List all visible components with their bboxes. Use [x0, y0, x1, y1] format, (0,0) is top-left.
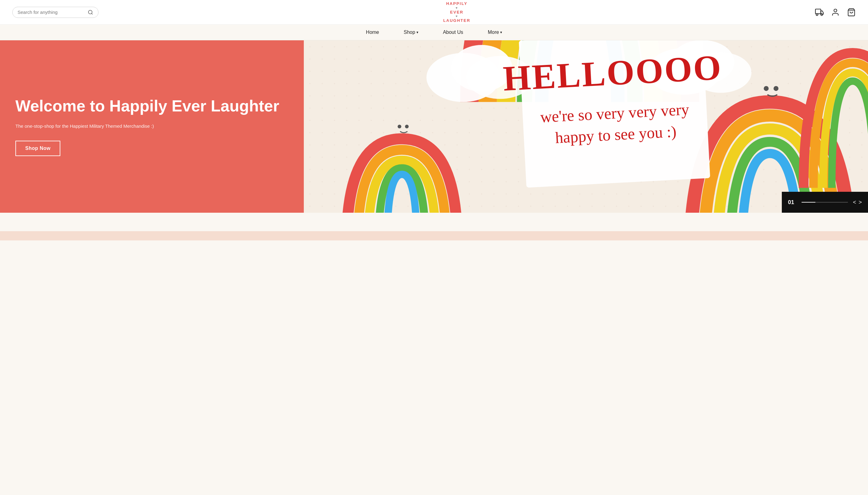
- logo-line1: happily: [446, 1, 467, 6]
- hero-right-panel: HELLOOOO we're so very very very happy t…: [304, 40, 868, 213]
- slide-progress-fill: [801, 202, 815, 203]
- svg-point-25: [774, 86, 778, 91]
- hero-section: Welcome to Happily Ever Laughter The one…: [0, 40, 868, 213]
- nav-item-shop[interactable]: Shop ▾: [404, 30, 418, 35]
- hero-subtitle: The one-stop-shop for the Happiest Milit…: [15, 123, 289, 130]
- shop-now-button[interactable]: Shop Now: [15, 141, 60, 156]
- chevron-down-icon: ▾: [416, 30, 418, 34]
- chevron-down-icon-more: ▾: [500, 30, 502, 34]
- logo-line2: EveR: [450, 10, 463, 15]
- search-input[interactable]: [18, 10, 85, 15]
- svg-point-0: [88, 10, 92, 14]
- header-icons-group: [815, 8, 856, 17]
- user-button[interactable]: [831, 8, 840, 17]
- main-nav: Home Shop ▾ About Us More ▾: [0, 24, 868, 40]
- below-hero-spacer: [0, 213, 868, 231]
- svg-point-5: [834, 9, 837, 12]
- site-logo[interactable]: happily ♥ EveR ♥ LaUgHTeR: [443, 1, 470, 23]
- logo-line-sub2: ♥: [456, 15, 458, 18]
- svg-point-24: [764, 86, 768, 91]
- slide-counter: 01 < >: [782, 192, 868, 213]
- slide-next-button[interactable]: >: [858, 199, 862, 206]
- nav-item-about[interactable]: About Us: [443, 30, 463, 35]
- hero-title: Welcome to Happily Ever Laughter: [15, 97, 289, 116]
- pink-bar: [0, 231, 868, 240]
- slide-navigation: < >: [853, 199, 862, 206]
- hero-illustration: HELLOOOO we're so very very very happy t…: [304, 40, 868, 213]
- slide-number: 01: [788, 199, 797, 206]
- svg-rect-2: [815, 9, 821, 14]
- svg-point-19: [398, 125, 401, 129]
- cart-button[interactable]: [847, 8, 856, 17]
- search-icon: [88, 10, 93, 15]
- user-icon: [831, 8, 840, 17]
- hero-left-panel: Welcome to Happily Ever Laughter The one…: [0, 40, 304, 213]
- logo-line3: LaUgHTeR: [443, 18, 470, 23]
- nav-item-more[interactable]: More ▾: [488, 30, 502, 35]
- search-container: [12, 7, 99, 18]
- slide-prev-button[interactable]: <: [853, 199, 856, 206]
- search-button[interactable]: [88, 10, 93, 15]
- nav-item-home[interactable]: Home: [366, 30, 379, 35]
- svg-point-4: [821, 14, 823, 15]
- svg-point-3: [816, 14, 818, 15]
- delivery-icon: [815, 8, 824, 17]
- cart-icon: [847, 8, 856, 17]
- svg-line-1: [91, 13, 92, 14]
- svg-point-20: [405, 125, 409, 129]
- delivery-button[interactable]: [815, 8, 824, 17]
- site-header: happily ♥ EveR ♥ LaUgHTeR: [0, 0, 868, 24]
- slide-progress-bar: [801, 202, 848, 203]
- logo-line-sub: ♥: [456, 6, 458, 10]
